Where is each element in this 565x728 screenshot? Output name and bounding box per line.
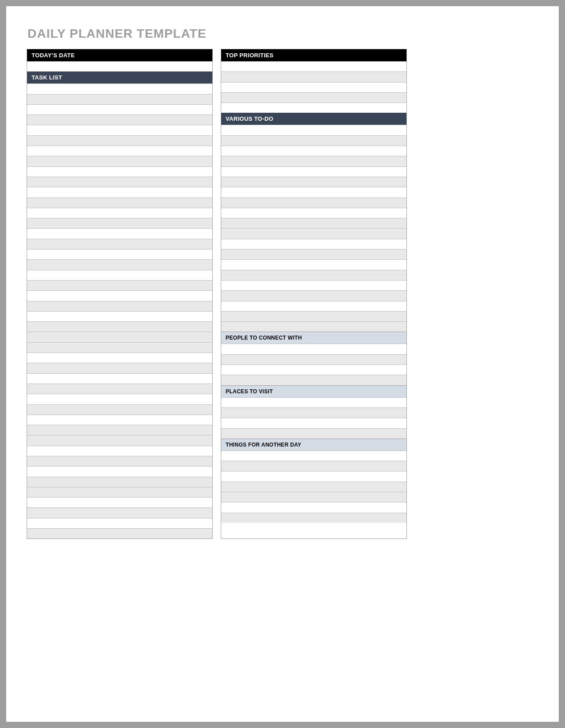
things-row[interactable] xyxy=(221,513,406,523)
task-row[interactable] xyxy=(27,373,212,384)
columns: TODAY'S DATE TASK LIST xyxy=(27,49,538,539)
todays-date-header: TODAY'S DATE xyxy=(27,49,212,61)
task-row[interactable] xyxy=(27,456,212,466)
things-row[interactable] xyxy=(221,471,406,481)
todo-row[interactable] xyxy=(221,208,406,218)
top-priorities-header: TOP PRIORITIES xyxy=(221,49,406,61)
task-row[interactable] xyxy=(27,166,212,177)
things-header: THINGS FOR ANOTHER DAY xyxy=(221,439,406,451)
todo-row[interactable] xyxy=(221,311,406,321)
people-header: PEOPLE TO CONNECT WITH xyxy=(221,332,406,344)
task-row[interactable] xyxy=(27,528,212,538)
task-row[interactable] xyxy=(27,83,212,94)
things-row[interactable] xyxy=(221,492,406,502)
task-row[interactable] xyxy=(27,198,212,208)
places-header: PLACES TO VISIT xyxy=(221,385,406,397)
priority-row[interactable] xyxy=(221,92,406,103)
todo-row[interactable] xyxy=(221,156,406,166)
people-row[interactable] xyxy=(221,375,406,385)
task-row[interactable] xyxy=(27,466,212,476)
todo-row[interactable] xyxy=(221,135,406,146)
task-row[interactable] xyxy=(27,477,212,487)
things-row[interactable] xyxy=(221,482,406,492)
task-row[interactable] xyxy=(27,135,212,146)
task-row[interactable] xyxy=(27,125,212,135)
places-row[interactable] xyxy=(221,428,406,439)
task-row[interactable] xyxy=(27,518,212,528)
task-row[interactable] xyxy=(27,435,212,445)
priority-row[interactable] xyxy=(221,71,406,82)
priority-row[interactable] xyxy=(221,103,406,113)
priority-row[interactable] xyxy=(221,82,406,92)
task-row[interactable] xyxy=(27,301,212,311)
task-row[interactable] xyxy=(27,497,212,507)
things-row[interactable] xyxy=(221,461,406,471)
places-row[interactable] xyxy=(221,397,406,408)
task-row[interactable] xyxy=(27,311,212,321)
various-todo-header: VARIOUS TO-DO xyxy=(221,113,406,125)
task-row[interactable] xyxy=(27,228,212,238)
task-row[interactable] xyxy=(27,321,212,332)
task-row[interactable] xyxy=(27,239,212,249)
people-row[interactable] xyxy=(221,354,406,364)
todo-row[interactable] xyxy=(221,290,406,301)
task-row[interactable] xyxy=(27,94,212,104)
task-row[interactable] xyxy=(27,156,212,166)
task-row[interactable] xyxy=(27,208,212,218)
task-row[interactable] xyxy=(27,507,212,518)
planner-page: DAILY PLANNER TEMPLATE TODAY'S DATE TASK… xyxy=(0,0,565,728)
task-row[interactable] xyxy=(27,415,212,425)
task-row[interactable] xyxy=(27,115,212,125)
todo-row[interactable] xyxy=(221,259,406,269)
todo-row[interactable] xyxy=(221,280,406,290)
todo-row[interactable] xyxy=(221,166,406,177)
todo-row[interactable] xyxy=(221,218,406,228)
todo-row[interactable] xyxy=(221,187,406,197)
task-row[interactable] xyxy=(27,270,212,280)
task-row[interactable] xyxy=(27,342,212,352)
task-row[interactable] xyxy=(27,394,212,404)
todo-row[interactable] xyxy=(221,239,406,249)
todo-row[interactable] xyxy=(221,301,406,311)
task-row[interactable] xyxy=(27,104,212,115)
task-row[interactable] xyxy=(27,446,212,456)
task-row[interactable] xyxy=(27,404,212,415)
task-row[interactable] xyxy=(27,187,212,197)
task-row[interactable] xyxy=(27,249,212,259)
todo-row[interactable] xyxy=(221,198,406,208)
things-row[interactable] xyxy=(221,451,406,461)
todo-row[interactable] xyxy=(221,146,406,156)
task-row[interactable] xyxy=(27,384,212,394)
date-row[interactable] xyxy=(27,61,212,71)
todo-row[interactable] xyxy=(221,249,406,259)
task-row[interactable] xyxy=(27,363,212,373)
priority-row[interactable] xyxy=(221,61,406,71)
task-row[interactable] xyxy=(27,146,212,156)
places-row[interactable] xyxy=(221,418,406,428)
todo-row[interactable] xyxy=(221,228,406,238)
todo-row[interactable] xyxy=(221,321,406,332)
left-column: TODAY'S DATE TASK LIST xyxy=(27,49,213,539)
task-row[interactable] xyxy=(27,352,212,363)
task-row[interactable] xyxy=(27,487,212,497)
places-row[interactable] xyxy=(221,408,406,418)
todo-row[interactable] xyxy=(221,125,406,135)
right-column: TOP PRIORITIES VARIOUS TO-DO xyxy=(221,49,407,539)
task-list-header: TASK LIST xyxy=(27,71,212,83)
task-row[interactable] xyxy=(27,218,212,228)
people-row[interactable] xyxy=(221,364,406,375)
page-title: DAILY PLANNER TEMPLATE xyxy=(28,27,538,41)
task-row[interactable] xyxy=(27,259,212,269)
todo-row[interactable] xyxy=(221,270,406,280)
task-row[interactable] xyxy=(27,280,212,290)
things-row[interactable] xyxy=(221,502,406,512)
people-row[interactable] xyxy=(221,344,406,354)
task-row[interactable] xyxy=(27,332,212,342)
task-row[interactable] xyxy=(27,425,212,435)
task-row[interactable] xyxy=(27,177,212,187)
task-row[interactable] xyxy=(27,290,212,301)
todo-row[interactable] xyxy=(221,177,406,187)
